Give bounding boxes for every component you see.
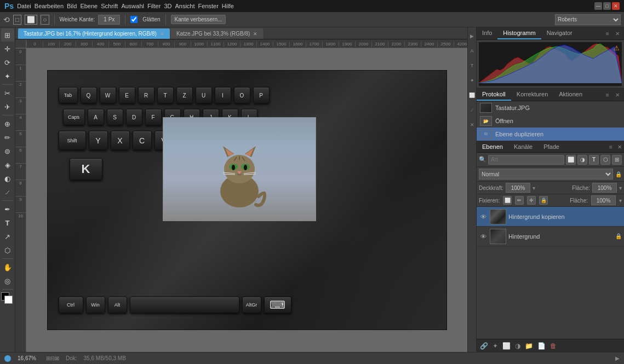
- add-adjustment-btn[interactable]: ◑: [515, 342, 520, 350]
- titlebar: Ps Datei Bearbeiten Bild Ebene Schrift A…: [0, 0, 624, 12]
- menu-ebene[interactable]: Ebene: [80, 3, 98, 9]
- fill-label: Fläche:: [572, 185, 590, 191]
- fill-input[interactable]: [592, 183, 617, 193]
- history-menu-btn[interactable]: ≡: [603, 90, 612, 99]
- tool-stamp[interactable]: ⊚: [1, 145, 14, 158]
- status-indicator: [4, 355, 11, 362]
- menu-schrift[interactable]: Schrift: [101, 3, 118, 9]
- add-style-btn[interactable]: ✦: [493, 342, 498, 350]
- maximize-button[interactable]: □: [603, 2, 611, 10]
- status-nav-arrow[interactable]: ▶: [615, 355, 620, 361]
- tab-pfade[interactable]: Pfade: [538, 141, 565, 152]
- histogram-close-btn[interactable]: ✕: [613, 29, 622, 38]
- layer-thumb-preview-1: [490, 229, 506, 244]
- color-boxes[interactable]: [1, 292, 14, 304]
- feather-input[interactable]: [98, 15, 120, 25]
- layers-search-input[interactable]: [488, 155, 564, 165]
- add-layer-btn[interactable]: 📄: [537, 342, 546, 350]
- menu-3d[interactable]: 3D: [164, 3, 171, 9]
- layer-filter-text-btn[interactable]: T: [589, 155, 599, 165]
- tool-hand[interactable]: ✋: [1, 261, 14, 274]
- tab-katze[interactable]: Katze.JPG bei 33,3% (RGB/8) ✕: [170, 28, 264, 39]
- tab-protokoll[interactable]: Protokoll: [477, 89, 511, 101]
- lock-position-btn[interactable]: ✛: [527, 196, 536, 205]
- menu-hilfe[interactable]: Hilfe: [222, 3, 234, 9]
- tool-heal[interactable]: ⊕: [1, 117, 14, 130]
- layer-eye-0[interactable]: 👁: [479, 212, 488, 221]
- tool-eyedrop[interactable]: ✈: [1, 100, 14, 113]
- layer-lock-icon-1: 🔒: [615, 233, 622, 239]
- tool-eraser[interactable]: ◈: [1, 158, 14, 171]
- lock-transparent-btn[interactable]: ⬜: [503, 196, 512, 205]
- layer-filter-shape-btn[interactable]: ⬡: [600, 155, 610, 165]
- menu-bearbeiten[interactable]: Bearbeiten: [35, 3, 64, 9]
- tab-info[interactable]: Info: [477, 27, 497, 39]
- menu-bild[interactable]: Bild: [67, 3, 77, 9]
- tool-zoom[interactable]: ◎: [1, 274, 14, 287]
- tool-pen[interactable]: ✒: [1, 203, 14, 216]
- canvas-body: 0 1 2 3 4 5 6 7 8 9 10: [15, 48, 467, 352]
- fill-input-2[interactable]: [591, 195, 616, 205]
- tab-navigator[interactable]: Navigator: [541, 27, 578, 39]
- tab-tastatur-close[interactable]: ✕: [160, 31, 164, 37]
- tool-magic-wand[interactable]: ✦: [1, 70, 14, 83]
- svg-point-9: [244, 165, 247, 170]
- tool-crop[interactable]: ✂: [1, 86, 14, 100]
- tool-move[interactable]: ✛: [1, 42, 14, 55]
- add-group-btn[interactable]: 📁: [525, 342, 533, 350]
- blend-mode-select[interactable]: Normal: [479, 169, 613, 180]
- menu-fenster[interactable]: Fenster: [198, 3, 219, 9]
- tool-brush[interactable]: ✏: [1, 131, 14, 144]
- minimize-button[interactable]: —: [594, 2, 602, 10]
- history-label-2: Ebene duplizieren: [495, 131, 543, 137]
- background-color[interactable]: [4, 296, 13, 304]
- add-mask-btn[interactable]: ⬜: [502, 342, 511, 350]
- tab-tastatur[interactable]: Tastatur.JPG bei 16,7% (Hintergrund kopi…: [18, 28, 170, 39]
- layers-panel-close-btn[interactable]: ✕: [615, 142, 624, 151]
- tool-text[interactable]: T: [1, 216, 14, 229]
- tool-lasso[interactable]: ⟳: [1, 56, 14, 69]
- canvas-viewport[interactable]: Tab Q W E R T Z U I O P: [26, 48, 467, 352]
- link-layers-btn[interactable]: 🔗: [480, 342, 488, 350]
- fill-arrow-icon-2: ▾: [619, 198, 622, 204]
- tab-katze-close[interactable]: ✕: [253, 31, 257, 37]
- tool-marquee[interactable]: ⊞: [1, 28, 14, 42]
- layer-filter-smart-btn[interactable]: ⊞: [612, 155, 622, 165]
- tab-histogramm[interactable]: Histogramm: [497, 27, 541, 39]
- tool-dodge[interactable]: ⟋: [1, 186, 14, 199]
- tool-shape[interactable]: ⬡: [1, 244, 14, 257]
- menu-datei[interactable]: Datei: [17, 3, 31, 9]
- close-button[interactable]: ✕: [612, 2, 620, 10]
- tool-gradient[interactable]: ◐: [1, 172, 14, 185]
- histogram-menu-btn[interactable]: ≡: [603, 29, 612, 38]
- tool-path-select[interactable]: ↗: [1, 230, 14, 243]
- history-close-btn[interactable]: ✕: [613, 90, 622, 99]
- lock-all-btn[interactable]: 🔒: [539, 196, 548, 205]
- menu-filter[interactable]: Filter: [147, 3, 161, 9]
- layer-eye-1[interactable]: 👁: [479, 232, 488, 241]
- history-item-1[interactable]: 📂 Öffnen: [477, 114, 624, 128]
- history-item-0[interactable]: Tastatur.JPG: [477, 101, 624, 114]
- layer-filter-pixel-btn[interactable]: ⬜: [566, 155, 576, 165]
- tab-kanaele[interactable]: Kanäle: [508, 141, 538, 152]
- delete-layer-btn[interactable]: 🗑: [550, 342, 557, 350]
- search-icon: 🔍: [479, 156, 486, 163]
- layer-item-0[interactable]: 👁 Hintergrund kopieren: [477, 207, 624, 227]
- tab-ebenen[interactable]: Ebenen: [477, 141, 508, 152]
- window-controls[interactable]: — □ ✕: [594, 2, 620, 10]
- tab-aktionen[interactable]: Aktionen: [553, 89, 588, 101]
- layers-panel-menu-btn[interactable]: ≡: [606, 142, 615, 151]
- layer-item-1[interactable]: 👁 Hintergrund 🔒: [477, 227, 624, 246]
- history-item-2[interactable]: ⧉ Ebene duplizieren: [477, 128, 624, 141]
- smooth-checkbox[interactable]: [130, 16, 138, 23]
- opacity-input[interactable]: [506, 183, 530, 193]
- tab-korrekturen[interactable]: Korrekturen: [511, 89, 553, 101]
- history-thumb-0: [480, 103, 492, 113]
- status-nav-icons: ⊞⊟⊠: [46, 355, 59, 361]
- preset-select[interactable]: Roberts: [555, 14, 621, 25]
- menu-ansicht[interactable]: Ansicht: [175, 3, 194, 9]
- lock-paint-btn[interactable]: ✏: [515, 196, 524, 205]
- menu-auswahl[interactable]: Auswahl: [121, 3, 144, 9]
- layer-filter-adj-btn[interactable]: ◑: [577, 155, 587, 165]
- improve-button[interactable]: Kante verbessern...: [171, 15, 226, 24]
